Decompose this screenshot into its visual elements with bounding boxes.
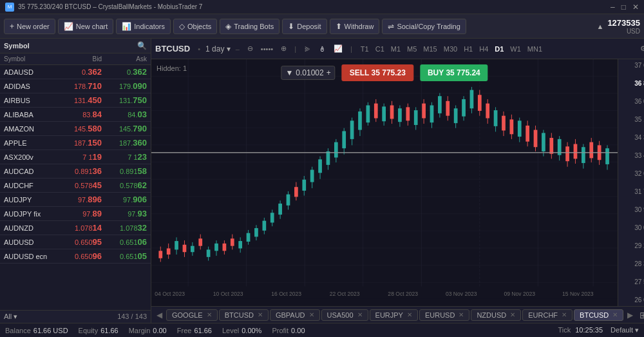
indicators-button[interactable]: 📊 Indicators (116, 19, 171, 34)
svg-rect-61 (318, 159, 322, 173)
chart-tab[interactable]: EURJPY✕ (370, 309, 418, 321)
timeframe-btn-m15[interactable]: M15 (420, 44, 440, 54)
tick-label: Tick 10:25:35 (558, 326, 603, 334)
timeframe-btn-m30[interactable]: M30 (440, 44, 460, 54)
window-controls[interactable]: – □ ✕ (611, 3, 639, 12)
svg-rect-127 (582, 147, 585, 163)
chart-tab[interactable]: BTCUSD✕ (574, 309, 623, 321)
timeframe-btn-c1[interactable]: C1 (372, 44, 388, 54)
deposit-button[interactable]: ⬇ Deposit (282, 19, 327, 34)
lot-increase-btn[interactable]: + (327, 68, 331, 77)
symbol-row[interactable]: AUDCAD 0.89136 0.89158 (0, 164, 151, 178)
tab-scroll-left[interactable]: ◀ (154, 311, 165, 320)
search-icon[interactable]: 🔍 (137, 41, 147, 50)
zoom-out-btn[interactable]: ⊖ (245, 43, 256, 54)
symbol-row[interactable]: AUDJPY 97.896 97.906 (0, 193, 151, 207)
timeframe-btn-d1[interactable]: D1 (491, 44, 507, 54)
tab-scroll-right[interactable]: ▶ (625, 311, 636, 320)
chart-type-line[interactable]: 📈 (331, 43, 345, 54)
timeframe-btn-t1[interactable]: T1 (357, 44, 372, 54)
tab-close-btn[interactable]: ✕ (309, 311, 314, 318)
symbol-row[interactable]: ASX200v 7 119 7 123 (0, 150, 151, 164)
svg-text:10 Oct 2023: 10 Oct 2023 (213, 291, 243, 297)
svg-rect-43 (247, 233, 251, 242)
settings-btn[interactable]: ⚙ (638, 43, 644, 54)
chart-tab[interactable]: EURUSD✕ (419, 309, 469, 321)
timeframe-btn-mn1[interactable]: MN1 (524, 44, 545, 54)
timeframe-btn-w1[interactable]: W1 (507, 44, 524, 54)
buy-button[interactable]: BUY 35 775.24 (420, 64, 488, 81)
chart-tab[interactable]: USA500✕ (321, 309, 368, 321)
all-filter[interactable]: All ▾ (4, 313, 17, 321)
price-axis: 37 694.45636 847.39836 000.34035 153.282… (618, 59, 644, 306)
chart-tab[interactable]: GBPAUD✕ (270, 309, 320, 321)
timeframe-btn-h4[interactable]: H4 (476, 44, 491, 54)
minimize-btn[interactable]: – (611, 3, 615, 12)
new-order-button[interactable]: + New order (4, 19, 55, 34)
chart-tab[interactable]: GOOGLE✕ (166, 309, 218, 321)
timeframe-btn-h1[interactable]: H1 (460, 44, 476, 54)
buy-price: 35 775.24 (446, 68, 480, 77)
symbol-row[interactable]: AUDNZD 1.07814 1.07832 (0, 221, 151, 235)
symbol-row[interactable]: APPLE 187.150 187.360 (0, 136, 151, 150)
symbol-row[interactable]: AMAZON 145.580 145.790 (0, 122, 151, 136)
symbol-row[interactable]: AUDJPY fix 97.89 97.93 (0, 207, 151, 221)
title-text: 35 775.230/240 BTCUSD – CrystalBallMarke… (18, 3, 202, 10)
tab-close-btn[interactable]: ✕ (407, 311, 412, 318)
symbol-row[interactable]: ALIBABA 83.84 84.03 (0, 108, 151, 122)
free-item: Free 61.66 (177, 327, 212, 334)
price-label: 30 070.933 (621, 224, 644, 231)
svg-rect-41 (238, 241, 242, 248)
timeframe-btn-m5[interactable]: M5 (404, 44, 420, 54)
tab-close-btn[interactable]: ✕ (207, 311, 212, 318)
symbol-row[interactable]: AUDUSD ecn 0.65096 0.65105 (0, 249, 151, 264)
svg-rect-123 (565, 146, 569, 161)
account-id: 1273535 (607, 18, 640, 28)
lot-control: ▼ 0.01002 + (281, 66, 335, 80)
zoom-dots-btn[interactable]: ••••• (258, 44, 276, 54)
chart-tab[interactable]: NZDUSD✕ (471, 309, 521, 321)
svg-rect-21 (158, 251, 162, 258)
svg-rect-81 (398, 108, 402, 122)
objects-button[interactable]: ◇ Objects (173, 19, 217, 34)
chart-tab[interactable]: BTCUSD✕ (219, 309, 269, 321)
bid-col-header: Bid (50, 55, 102, 63)
symbol-row[interactable]: ADIDAS 178.710 179.090 (0, 79, 151, 93)
status-right: Tick 10:25:35 Default ▾ (558, 326, 639, 334)
chart-type-bar[interactable]: ⫸ (301, 44, 314, 54)
tab-close-btn[interactable]: ✕ (357, 311, 363, 318)
svg-rect-83 (406, 107, 410, 120)
tab-close-btn[interactable]: ✕ (562, 311, 567, 318)
withdraw-button[interactable]: ⬆ Withdraw (330, 19, 380, 34)
close-btn[interactable]: ✕ (632, 3, 639, 12)
symbol-count: 143 / 143 (117, 313, 147, 321)
sell-button[interactable]: SELL 35 775.23 (342, 64, 413, 81)
tab-close-btn[interactable]: ✕ (258, 311, 263, 318)
svg-rect-99 (470, 90, 474, 109)
price-label: 33 459.166 (621, 152, 644, 159)
chart-tab[interactable]: EURCHF✕ (522, 309, 573, 321)
default-label[interactable]: Default ▾ (611, 326, 639, 334)
tab-grid-btn[interactable]: ⊞ (637, 309, 644, 322)
tab-close-btn[interactable]: ✕ (459, 311, 464, 318)
symbol-row[interactable]: AIRBUS 131.450 131.750 (0, 93, 151, 108)
symbol-row[interactable]: AUDCHF 0.57845 0.57862 (0, 178, 151, 193)
svg-rect-55 (294, 187, 298, 197)
svg-rect-27 (183, 245, 187, 252)
symbol-row[interactable]: AUDUSD 0.65095 0.65106 (0, 235, 151, 249)
svg-rect-57 (302, 180, 306, 191)
tab-close-btn[interactable]: ✕ (612, 311, 618, 318)
status-bar: Balance 61.66 USD Equity 61.66 Margin 0.… (0, 323, 644, 337)
social-copy-button[interactable]: ⇌ Social/Copy Trading (382, 19, 466, 34)
lot-decrease-btn[interactable]: ▼ (285, 68, 293, 77)
chart-type-candle[interactable]: 🕯 (316, 44, 328, 54)
trading-bots-button[interactable]: ◈ Trading Bots (220, 19, 279, 34)
svg-text:04 Oct 2023: 04 Oct 2023 (155, 291, 185, 297)
new-chart-button[interactable]: 📈 New chart (58, 19, 114, 34)
account-currency: USD (607, 28, 640, 35)
symbol-row[interactable]: ADAUSD 0.362 0.362 (0, 65, 151, 79)
maximize-btn[interactable]: □ (621, 3, 626, 12)
timeframe-btn-m1[interactable]: M1 (388, 44, 404, 54)
tab-close-btn[interactable]: ✕ (510, 311, 515, 318)
zoom-in-btn[interactable]: ⊕ (278, 43, 289, 54)
